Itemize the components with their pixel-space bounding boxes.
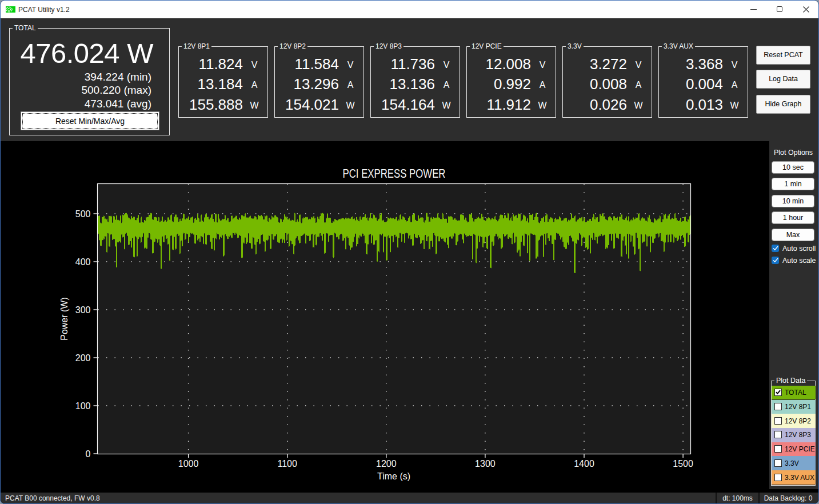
svg-text:300: 300 (75, 305, 91, 315)
svg-text:1100: 1100 (277, 459, 297, 469)
svg-text:200: 200 (75, 353, 91, 363)
svg-text:1300: 1300 (475, 459, 496, 469)
svg-text:PCI EXPRESS POWER: PCI EXPRESS POWER (343, 167, 446, 181)
svg-text:Time (s): Time (s) (377, 471, 410, 481)
svg-text:1200: 1200 (376, 459, 397, 469)
svg-text:1000: 1000 (178, 459, 199, 469)
svg-text:100: 100 (75, 401, 91, 411)
svg-text:0: 0 (86, 449, 91, 459)
svg-text:400: 400 (75, 257, 91, 267)
svg-text:500: 500 (75, 209, 91, 219)
svg-text:1400: 1400 (574, 459, 594, 469)
svg-text:1500: 1500 (673, 459, 693, 469)
svg-text:Power (W): Power (W) (59, 297, 69, 341)
